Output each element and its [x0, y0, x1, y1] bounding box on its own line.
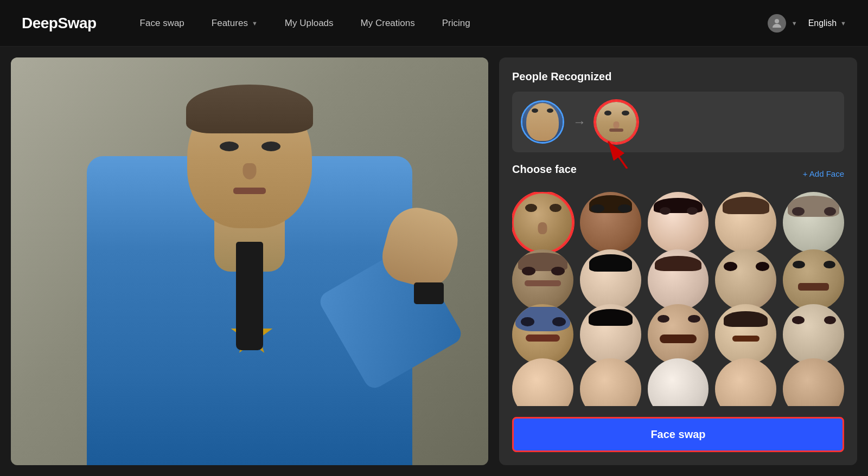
face-option-12[interactable] [580, 304, 641, 365]
nav-features[interactable]: Features ▼ [201, 14, 269, 33]
faces-grid [512, 192, 844, 406]
face-swap-button[interactable]: Face swap [512, 417, 844, 452]
mini-face-1 [526, 103, 559, 141]
face-img-6 [512, 249, 573, 311]
main-content: People Recognized → [0, 47, 868, 476]
choose-face-title: Choose face [512, 163, 577, 176]
face-img-20 [783, 358, 844, 406]
face-option-18[interactable] [648, 358, 709, 406]
add-face-button[interactable]: + Add Face [803, 169, 844, 178]
right-eye [261, 141, 280, 151]
left-eye [220, 141, 239, 151]
target-face-avatar[interactable] [595, 100, 638, 144]
face-img-14 [715, 304, 776, 365]
face-option-8[interactable] [648, 249, 709, 311]
navbar: DeepSwap Face swap Features ▼ My Uploads… [0, 0, 868, 47]
face-option-4[interactable] [715, 192, 776, 253]
features-chevron-icon: ▼ [252, 20, 258, 27]
face-img-7 [580, 249, 641, 311]
face-img-8 [648, 249, 709, 311]
people-recognized-section: People Recognized → [512, 70, 844, 152]
face-option-1[interactable] [512, 192, 573, 253]
face-img-4 [715, 192, 776, 253]
face-img-12 [580, 304, 641, 365]
face-img-2 [580, 192, 641, 253]
face-option-16[interactable] [512, 358, 573, 406]
face-img-17 [580, 358, 641, 406]
source-face-fill [522, 102, 563, 142]
svg-point-0 [775, 19, 779, 23]
user-chevron-icon: ▼ [792, 20, 797, 27]
face-img-16 [512, 358, 573, 406]
face-option-3[interactable] [648, 192, 709, 253]
user-avatar [768, 14, 786, 33]
face-img-15 [783, 304, 844, 365]
face-img-11 [512, 304, 573, 365]
face-option-7[interactable] [580, 249, 641, 311]
face-option-14[interactable] [715, 304, 776, 365]
face-img-18 [648, 358, 709, 406]
image-panel [11, 57, 488, 465]
face-img-5 [783, 192, 844, 253]
red-arrow-svg [600, 139, 633, 169]
face-option-19[interactable] [715, 358, 776, 406]
target-face-fill [596, 102, 636, 142]
nav-links: Face swap Features ▼ My Uploads My Creat… [129, 14, 768, 33]
face-option-5[interactable] [783, 192, 844, 253]
face-option-10[interactable] [783, 249, 844, 311]
face-img-10 [783, 249, 844, 311]
main-image [11, 57, 488, 465]
right-panel: People Recognized → [499, 57, 857, 465]
target-face-wrapper [595, 100, 638, 144]
face-option-2[interactable] [580, 192, 641, 253]
language-selector[interactable]: English ▼ [808, 18, 846, 28]
nose [243, 163, 257, 179]
face-img-9 [715, 249, 776, 311]
nav-my-creations[interactable]: My Creations [350, 14, 426, 33]
nav-face-swap[interactable]: Face swap [129, 14, 195, 33]
face-img-19 [715, 358, 776, 406]
face-option-6[interactable] [512, 249, 573, 311]
choose-face-header: Choose face + Add Face [512, 163, 844, 184]
right-arrow-icon: → [573, 114, 586, 130]
user-icon [770, 17, 783, 30]
mouth [233, 188, 266, 194]
svg-line-2 [608, 141, 627, 169]
face-img-1 [514, 194, 572, 252]
nav-pricing[interactable]: Pricing [431, 14, 481, 33]
logo[interactable]: DeepSwap [22, 15, 97, 32]
arrow-indicator: → [573, 114, 586, 130]
people-recognized-title: People Recognized [512, 70, 844, 83]
face-option-17[interactable] [580, 358, 641, 406]
face-option-13[interactable] [648, 304, 709, 365]
watch [414, 282, 444, 304]
face-option-9[interactable] [715, 249, 776, 311]
tie [236, 242, 263, 350]
nav-my-uploads[interactable]: My Uploads [274, 14, 344, 33]
face-option-15[interactable] [783, 304, 844, 365]
target-face-inner [596, 102, 636, 142]
face-option-20[interactable] [783, 358, 844, 406]
face-img-3 [648, 192, 709, 253]
red-arrow-pointer [600, 139, 633, 171]
source-face-avatar[interactable] [521, 100, 564, 144]
recognized-row: → [512, 92, 844, 152]
face-option-11[interactable] [512, 304, 573, 365]
language-chevron-icon: ▼ [840, 20, 846, 27]
choose-face-section: Choose face + Add Face [512, 163, 844, 406]
face-img-13 [648, 304, 709, 365]
nav-right: ▼ English ▼ [768, 14, 846, 33]
user-menu[interactable]: ▼ [768, 14, 797, 33]
hair [186, 85, 313, 133]
